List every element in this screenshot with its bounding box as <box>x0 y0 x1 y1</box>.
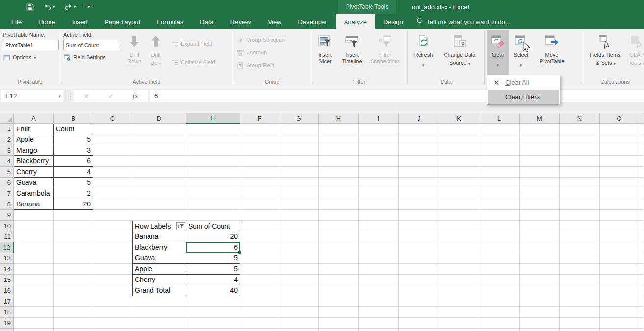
cell-B3[interactable]: 3 <box>54 145 93 156</box>
cell-M7[interactable] <box>520 188 560 199</box>
row-header-5[interactable]: 5 <box>0 167 14 178</box>
cell-E1[interactable] <box>186 124 240 134</box>
cell-E12[interactable]: 6 <box>186 242 240 253</box>
cell-C16[interactable] <box>93 285 132 296</box>
cell-x14[interactable] <box>639 264 644 275</box>
cell-C17[interactable] <box>93 296 132 307</box>
column-header-B[interactable]: B <box>54 113 93 124</box>
cell-G14[interactable] <box>279 264 319 275</box>
cell-G1[interactable] <box>279 124 319 134</box>
cell-O3[interactable] <box>600 145 639 156</box>
cell-D19[interactable] <box>132 318 186 329</box>
cell-N10[interactable] <box>560 221 600 231</box>
cell-C6[interactable] <box>93 178 132 188</box>
cell-O15[interactable] <box>600 275 639 285</box>
cell-C14[interactable] <box>93 264 132 275</box>
cell-G20[interactable] <box>279 329 319 331</box>
cell-G10[interactable] <box>279 221 319 231</box>
cell-B8[interactable]: 20 <box>54 199 93 210</box>
cell-L3[interactable] <box>479 145 520 156</box>
cell-x20[interactable] <box>639 329 644 331</box>
cell-x1[interactable] <box>639 124 644 134</box>
cell-F18[interactable] <box>240 307 279 318</box>
row-header-17[interactable]: 17 <box>0 296 14 307</box>
column-header-E[interactable]: E <box>186 113 240 124</box>
cell-C20[interactable] <box>93 329 132 331</box>
row-header-6[interactable]: 6 <box>0 178 14 188</box>
row-header-3[interactable]: 3 <box>0 145 14 156</box>
cell-H7[interactable] <box>319 188 359 199</box>
row-header-10[interactable]: 10 <box>0 221 14 231</box>
row-header-4[interactable]: 4 <box>0 156 14 167</box>
cell-I15[interactable] <box>359 275 399 285</box>
cell-I17[interactable] <box>359 296 399 307</box>
cell-D15[interactable]: Cherry <box>132 275 186 285</box>
cell-L19[interactable] <box>479 318 520 329</box>
cell-C1[interactable] <box>93 124 132 134</box>
cell-J20[interactable] <box>399 329 439 331</box>
cell-E20[interactable] <box>186 329 240 331</box>
cell-E7[interactable] <box>186 188 240 199</box>
cell-F11[interactable] <box>240 231 279 242</box>
cell-I13[interactable] <box>359 253 399 264</box>
cell-K9[interactable] <box>439 210 479 221</box>
cell-x15[interactable] <box>639 275 644 285</box>
cell-K11[interactable] <box>439 231 479 242</box>
cell-G12[interactable] <box>279 242 319 253</box>
cell-x7[interactable] <box>639 188 644 199</box>
cell-L14[interactable] <box>479 264 520 275</box>
row-header-16[interactable]: 16 <box>0 285 14 296</box>
cell-F19[interactable] <box>240 318 279 329</box>
cell-G6[interactable] <box>279 178 319 188</box>
tab-insert[interactable]: Insert <box>64 14 97 29</box>
column-header-O[interactable]: O <box>600 113 639 124</box>
row-header-20[interactable]: 20 <box>0 329 14 331</box>
cell-D18[interactable] <box>132 307 186 318</box>
clear-button[interactable]: Clear <box>487 30 509 76</box>
row-header-14[interactable]: 14 <box>0 264 14 275</box>
cell-C10[interactable] <box>93 221 132 231</box>
cell-I4[interactable] <box>359 156 399 167</box>
tell-me-box[interactable]: Tell me what you want to do... <box>416 14 510 29</box>
cell-D4[interactable] <box>132 156 186 167</box>
cell-K7[interactable] <box>439 188 479 199</box>
cell-A4[interactable]: Blackberry <box>14 156 54 167</box>
cell-N20[interactable] <box>560 329 600 331</box>
tab-home[interactable]: Home <box>30 14 64 29</box>
insert-timeline-button[interactable]: Insert Timeline <box>337 30 367 76</box>
cell-E13[interactable]: 5 <box>186 253 240 264</box>
cell-N13[interactable] <box>560 253 600 264</box>
cell-D5[interactable] <box>132 167 186 178</box>
cell-J11[interactable] <box>399 231 439 242</box>
formula-input[interactable]: 6 <box>150 90 644 102</box>
cell-F5[interactable] <box>240 167 279 178</box>
name-box[interactable]: E12 ▾ <box>1 90 63 102</box>
cell-B5[interactable]: 4 <box>54 167 93 178</box>
cell-C12[interactable] <box>93 242 132 253</box>
name-box-caret-icon[interactable]: ▾ <box>58 94 61 99</box>
cell-J1[interactable] <box>399 124 439 134</box>
cell-H2[interactable] <box>319 134 359 145</box>
column-header-D[interactable]: D <box>132 113 186 124</box>
cell-M10[interactable] <box>520 221 560 231</box>
cell-L9[interactable] <box>479 210 520 221</box>
cell-J12[interactable] <box>399 242 439 253</box>
cell-O20[interactable] <box>600 329 639 331</box>
cell-A15[interactable] <box>14 275 54 285</box>
cell-J3[interactable] <box>399 145 439 156</box>
column-header-N[interactable]: N <box>560 113 600 124</box>
cell-G18[interactable] <box>279 307 319 318</box>
cell-C18[interactable] <box>93 307 132 318</box>
cell-x2[interactable] <box>639 134 644 145</box>
cell-J16[interactable] <box>399 285 439 296</box>
cell-H5[interactable] <box>319 167 359 178</box>
cell-F17[interactable] <box>240 296 279 307</box>
cell-x16[interactable] <box>639 285 644 296</box>
cell-O11[interactable] <box>600 231 639 242</box>
cell-D2[interactable] <box>132 134 186 145</box>
column-header-F[interactable]: F <box>240 113 279 124</box>
cell-M15[interactable] <box>520 275 560 285</box>
cell-B16[interactable] <box>54 285 93 296</box>
cell-O1[interactable] <box>600 124 639 134</box>
change-data-source-button[interactable]: Change Data Source <box>437 30 482 76</box>
